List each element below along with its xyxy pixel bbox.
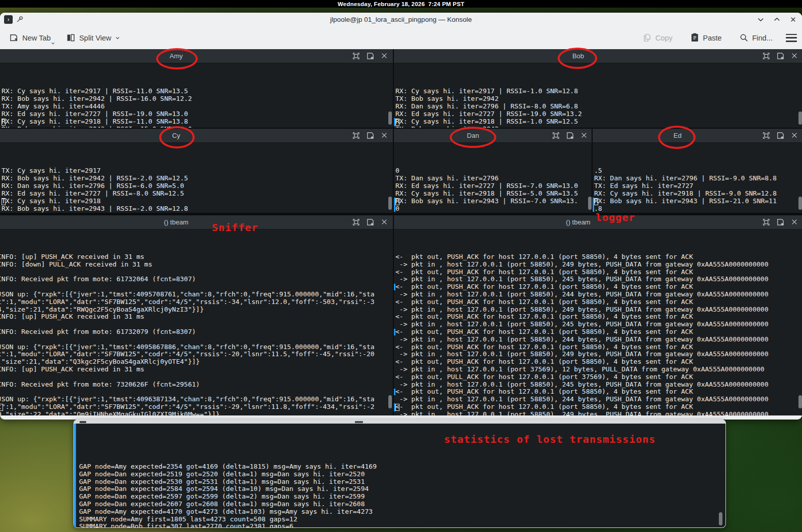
pane-logger-header[interactable]: () tbeam bbox=[394, 215, 802, 230]
terminal-line bbox=[0, 283, 393, 291]
terminal-line: JSON up: {"rxpk":[{"jver":1,"tmst":40963… bbox=[0, 396, 393, 403]
pane-split-icon[interactable] bbox=[777, 132, 784, 139]
stats-window-icon bbox=[80, 421, 86, 423]
pane-split-icon[interactable] bbox=[367, 218, 374, 226]
close-button[interactable] bbox=[789, 16, 797, 24]
pane-amy: Amy RX: Cy says hi. iter=2917 | RSSI=-11… bbox=[0, 49, 393, 128]
pane-close-icon[interactable] bbox=[381, 218, 388, 226]
pane-close-icon[interactable] bbox=[791, 218, 798, 226]
pane-close-icon[interactable] bbox=[791, 52, 798, 60]
scrollbar-thumb[interactable] bbox=[388, 395, 392, 408]
terminal-line: INFO: Received pkt from mote: 61732064 (… bbox=[0, 276, 393, 283]
pane-cy-terminal[interactable]: TX: Cy says hi. iter=2917RX: Bob says hi… bbox=[0, 143, 393, 214]
scrollbar-thumb[interactable] bbox=[388, 111, 392, 125]
terminal-line: -> pkt in , host 127.0.0.1 (port 37569),… bbox=[395, 366, 802, 373]
terminal-line: RX: Ed says hi. iter=2727 | RSSI=-19.0 S… bbox=[395, 110, 802, 118]
pane-maximize-icon[interactable] bbox=[352, 218, 360, 226]
pane-maximize-icon[interactable] bbox=[762, 52, 770, 60]
terminal-line: RX: Bob says hi. iter=2943 | RSSI=-21.0 … bbox=[594, 197, 802, 205]
pane-bob-terminal[interactable]: RX: Cy says hi. iter=2917 | RSSI=-1.0 SN… bbox=[394, 63, 802, 128]
find-button[interactable]: Find... bbox=[735, 30, 777, 46]
cursor-row bbox=[0, 403, 3, 412]
terminal-line: TX: Bob says hi. iter=2942 bbox=[395, 95, 802, 102]
terminal-line: RX: Bob says hi. iter=2942 | RSSI=-2.0 S… bbox=[2, 174, 393, 182]
pane-close-icon[interactable] bbox=[580, 132, 588, 139]
new-tab-button[interactable]: New Tab bbox=[5, 30, 55, 46]
terminal-line: <- pkt out, PUSH_ACK for host 127.0.0.1 … bbox=[395, 269, 802, 276]
pane-ed-terminal[interactable]: .5RX: Dan says hi. iter=2796 | RSSI=-9.0… bbox=[593, 143, 802, 214]
terminal-line: -> pkt in , host 127.0.0.1 (port 58850),… bbox=[395, 381, 802, 389]
split-view-button[interactable]: Split View bbox=[62, 30, 124, 46]
terminal-cursor bbox=[395, 198, 399, 205]
terminal-line: -> pkt in , host 127.0.0.1 (port 58850),… bbox=[395, 306, 802, 314]
terminal-cursor bbox=[0, 404, 3, 411]
window-title: jlpoole@jp 01_lora_ascii_pingpong — Kons… bbox=[0, 13, 802, 26]
pane-split-icon[interactable] bbox=[367, 132, 374, 139]
scrollbar-thumb[interactable] bbox=[798, 395, 802, 408]
paste-button[interactable]: Paste bbox=[686, 30, 726, 46]
pane-maximize-icon[interactable] bbox=[762, 218, 770, 226]
terminal-line: .8 bbox=[594, 205, 802, 212]
pane-dan-title: Dan bbox=[394, 132, 552, 139]
terminal-line: GAP node=Amy expected=4170 got=4273 (del… bbox=[79, 508, 725, 516]
pane-split-icon[interactable] bbox=[566, 132, 574, 139]
terminal-line: <- pkt out, PUSH_ACK for host 127.0.0.1 … bbox=[395, 358, 802, 366]
terminal-line: RX: Bob says hi. iter=2943 | RSSI=-2.0 S… bbox=[2, 205, 393, 212]
terminal-line: t":1,"modu":"LORA","datr":"SF7BW125","co… bbox=[0, 351, 393, 358]
pane-maximize-icon[interactable] bbox=[762, 132, 770, 139]
terminal-line: -> pkt in , host 127.0.0.1 (port 58850),… bbox=[395, 351, 802, 358]
pane-split-icon[interactable] bbox=[367, 52, 374, 60]
terminal-line: RX: Ed says hi. iter=2727 | RSSI=-8.0 SN… bbox=[2, 189, 393, 197]
pane-amy-header[interactable]: Amy bbox=[0, 49, 393, 63]
terminal-line: -> pkt in , host 127.0.0.1 (port 58850),… bbox=[395, 321, 802, 328]
terminal-line: TX: Cy says hi. iter=2918 bbox=[2, 197, 393, 205]
terminal-line: GAP node=Dan expected=2519 got=2520 (del… bbox=[79, 471, 725, 478]
pane-close-icon[interactable] bbox=[791, 132, 798, 139]
terminal-line: INFO: Received pkt from mote: 7320626F (… bbox=[0, 381, 393, 389]
terminal-line: GAP node=Dan expected=2607 got=2608 (del… bbox=[79, 501, 725, 508]
pane-dan: Dan 0TX: Dan says hi. iter=2796RX: Ed sa… bbox=[393, 128, 593, 214]
terminal-line: ,"size":21,"data":"Q3kgc2F5cyBoaS4gaXRlc… bbox=[0, 358, 393, 366]
pane-close-icon[interactable] bbox=[381, 52, 388, 60]
terminal-line: RX: Cy says hi. iter=2918 | RSSI=-5.0 SN… bbox=[395, 189, 593, 197]
pane-sniffer-title: () tbeam bbox=[0, 218, 352, 226]
pane-cy-header[interactable]: Cy bbox=[0, 129, 393, 143]
pane-bob-header[interactable]: Bob bbox=[394, 49, 802, 63]
window-titlebar[interactable]: › jlpoole@jp 01_lora_ascii_pingpong — Ko… bbox=[0, 13, 802, 26]
clock-text: Wednesday, February 18, 2026 7:24 PM PST bbox=[338, 1, 464, 7]
stats-accent-stripe bbox=[74, 424, 76, 527]
scrollbar-thumb[interactable] bbox=[798, 111, 802, 125]
maximize-button[interactable] bbox=[773, 16, 781, 24]
pane-split-icon[interactable] bbox=[777, 218, 784, 226]
hamburger-menu-icon[interactable] bbox=[786, 34, 797, 42]
pane-ed-header[interactable]: Ed bbox=[593, 129, 802, 143]
pane-logger-terminal[interactable]: <- pkt out, PUSH_ACK for host 127.0.0.1 … bbox=[394, 230, 802, 415]
terminal-line: JSON up: {"rxpk":[{"jver":1,"tmst":40957… bbox=[0, 291, 393, 298]
pane-sniffer-header[interactable]: () tbeam bbox=[0, 215, 393, 230]
scrollbar-thumb[interactable] bbox=[798, 197, 802, 210]
minimize-button[interactable] bbox=[756, 16, 764, 24]
terminal-line: RX: Dan says hi. iter=2796 | RSSI=-6.0 S… bbox=[2, 182, 393, 189]
pane-maximize-icon[interactable] bbox=[352, 52, 360, 60]
terminal-line: SUMMARY node=Amy first=1805 last=4273 co… bbox=[79, 516, 725, 523]
pane-dan-terminal[interactable]: 0TX: Dan says hi. iter=2796RX: Ed says h… bbox=[394, 143, 593, 214]
pane-amy-terminal[interactable]: RX: Cy says hi. iter=2917 | RSSI=-11.0 S… bbox=[0, 63, 393, 128]
scrollbar-thumb[interactable] bbox=[588, 197, 592, 210]
stats-terminal[interactable]: GAP node=Amy expected=2354 got=4169 (del… bbox=[74, 424, 725, 527]
terminal-line: RX: Cy says hi. iter=2918 | RSSI=-11.0 S… bbox=[2, 118, 393, 125]
terminal-area: Amy RX: Cy says hi. iter=2917 | RSSI=-11… bbox=[0, 49, 802, 415]
pane-close-icon[interactable] bbox=[381, 132, 388, 139]
paste-label: Paste bbox=[703, 34, 722, 42]
pane-maximize-icon[interactable] bbox=[352, 132, 360, 139]
scrollbar-thumb[interactable] bbox=[719, 512, 722, 525]
stats-window-titlebar[interactable] bbox=[74, 420, 726, 424]
scrollbar-thumb[interactable] bbox=[388, 197, 392, 210]
pane-sniffer-terminal[interactable]: INFO: [up] PUSH_ACK received in 31 msINF… bbox=[0, 230, 393, 415]
pane-ed-title: Ed bbox=[593, 132, 762, 139]
terminal-cursor bbox=[2, 198, 6, 205]
find-label: Find... bbox=[752, 34, 773, 42]
pane-dan-header[interactable]: Dan bbox=[394, 129, 593, 143]
terminal-line: <- pkt out, PUSH_ACK for host 127.0.0.1 … bbox=[395, 253, 802, 261]
pane-maximize-icon[interactable] bbox=[552, 132, 560, 139]
pane-split-icon[interactable] bbox=[777, 52, 784, 60]
